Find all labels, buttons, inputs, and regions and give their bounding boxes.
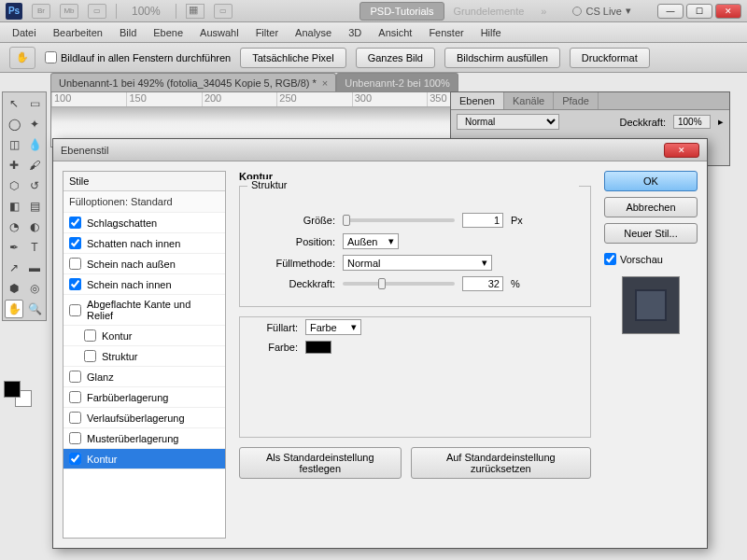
eyedropper-tool-icon[interactable]: 💧 (25, 135, 44, 154)
scroll-all-checkbox[interactable]: Bildlauf in allen Fenstern durchführen (45, 51, 231, 63)
move-tool-icon[interactable]: ↖ (5, 94, 23, 113)
dodge-tool-icon[interactable]: ◐ (25, 217, 44, 236)
style-checkbox[interactable] (84, 329, 96, 342)
print-size-button[interactable]: Druckformat (570, 48, 650, 68)
style-row[interactable]: Schatten nach innen (63, 233, 225, 254)
arrange-documents-icon[interactable] (186, 4, 204, 19)
wand-tool-icon[interactable]: ✦ (25, 115, 44, 133)
hand-tool-icon[interactable]: ✋ (9, 47, 35, 69)
workspace-inactive-button[interactable]: Grundelemente (444, 3, 534, 20)
menu-bearbeiten[interactable]: Bearbeiten (45, 24, 111, 41)
opacity-input[interactable] (462, 276, 503, 291)
size-slider[interactable] (343, 218, 455, 222)
style-row[interactable]: Musterüberlagerung (63, 428, 225, 449)
healing-tool-icon[interactable]: ✚ (5, 156, 23, 175)
chevron-right-icon[interactable]: ▸ (718, 116, 724, 128)
bridge-icon[interactable]: Br (32, 4, 50, 19)
view-extras-icon[interactable]: ▭ (88, 4, 106, 19)
zoom-tool-icon[interactable]: 🔍 (25, 300, 44, 318)
menu-analyse[interactable]: Analyse (287, 24, 340, 41)
style-row[interactable]: Schein nach außen (63, 254, 225, 274)
blur-tool-icon[interactable]: ◔ (5, 217, 23, 236)
fit-screen-button[interactable]: Ganzes Bild (356, 48, 435, 68)
tab-ebenen[interactable]: Ebenen (451, 92, 504, 109)
menu-bild[interactable]: Bild (111, 24, 145, 41)
opacity-slider[interactable] (343, 282, 455, 286)
ok-button[interactable]: OK (604, 171, 698, 191)
document-tab-2[interactable]: Unbenannt-2 bei 100% (336, 73, 458, 91)
close-icon[interactable]: × (322, 77, 328, 89)
close-button[interactable]: ✕ (715, 4, 741, 19)
style-checkbox[interactable] (69, 391, 81, 403)
menu-auswahl[interactable]: Auswahl (191, 24, 247, 41)
marquee-tool-icon[interactable]: ▭ (25, 94, 44, 113)
stamp-tool-icon[interactable]: ⬡ (5, 176, 23, 195)
workspace-more-icon[interactable]: » (533, 6, 554, 17)
eraser-tool-icon[interactable]: ◧ (5, 197, 23, 216)
foreground-color-swatch[interactable] (4, 381, 21, 398)
workspace-active-button[interactable]: PSD-Tutorials (359, 2, 444, 21)
screen-mode-icon[interactable]: ▭ (214, 4, 233, 19)
minimize-button[interactable]: — (657, 4, 684, 19)
menu-ebene[interactable]: Ebene (145, 24, 191, 41)
gradient-tool-icon[interactable]: ▤ (25, 197, 44, 216)
style-row[interactable]: Glanz (63, 367, 225, 387)
menu-filter[interactable]: Filter (247, 24, 287, 41)
new-style-button[interactable]: Neuer Stil... (604, 223, 698, 244)
type-tool-icon[interactable]: T (25, 238, 44, 257)
blend-options-row[interactable]: Fülloptionen: Standard (63, 191, 225, 213)
style-checkbox[interactable] (69, 412, 81, 424)
3d-tool-icon[interactable]: ⬢ (5, 279, 23, 298)
document-tab-1[interactable]: Unbenannt-1 bei 492% (fotolia_34045 Kopi… (50, 73, 336, 91)
style-checkbox[interactable] (69, 432, 81, 444)
style-row[interactable]: Struktur (63, 346, 225, 367)
blend-mode-select[interactable]: Normal (457, 114, 559, 130)
maximize-button[interactable]: ☐ (686, 4, 712, 19)
foreground-background-colors[interactable] (4, 381, 41, 409)
menu-datei[interactable]: Datei (4, 24, 45, 41)
style-checkbox[interactable] (69, 304, 81, 316)
reset-default-button[interactable]: Auf Standardeinstellung zurücksetzen (411, 447, 591, 479)
color-swatch[interactable] (305, 341, 331, 354)
style-row[interactable]: Farbüberlagerung (63, 387, 225, 408)
style-checkbox[interactable] (84, 350, 96, 362)
menu-ansicht[interactable]: Ansicht (370, 24, 420, 41)
pen-tool-icon[interactable]: ✒ (5, 238, 23, 257)
style-row[interactable]: Abgeflachte Kante und Relief (63, 295, 225, 326)
size-input[interactable] (462, 213, 503, 228)
fillmethod-select[interactable]: Normal▾ (343, 255, 492, 271)
tab-pfade[interactable]: Pfade (554, 92, 599, 109)
actual-pixels-button[interactable]: Tatsächliche Pixel (240, 48, 345, 68)
shape-tool-icon[interactable]: ▬ (25, 259, 44, 277)
tab-kanaele[interactable]: Kanäle (504, 92, 554, 109)
dialog-titlebar[interactable]: Ebenenstil ✕ (53, 139, 707, 161)
menu-fenster[interactable]: Fenster (420, 24, 472, 41)
dialog-close-button[interactable]: ✕ (664, 143, 699, 158)
style-row[interactable]: Schlagschatten (63, 213, 225, 233)
mini-bridge-icon[interactable]: Mb (60, 4, 78, 19)
style-row[interactable]: Verlaufsüberlagerung (63, 408, 225, 428)
hand-tool-icon[interactable]: ✋ (5, 300, 23, 318)
brush-tool-icon[interactable]: 🖌 (25, 156, 44, 175)
crop-tool-icon[interactable]: ◫ (5, 135, 23, 154)
style-checkbox[interactable] (69, 217, 81, 229)
style-checkbox[interactable] (69, 278, 81, 290)
style-row[interactable]: Schein nach innen (63, 274, 225, 295)
3d-camera-icon[interactable]: ◎ (25, 279, 44, 298)
history-brush-icon[interactable]: ↺ (25, 176, 44, 195)
position-select[interactable]: Außen▾ (343, 233, 399, 249)
style-checkbox[interactable] (69, 453, 81, 465)
menu-hilfe[interactable]: Hilfe (472, 24, 510, 41)
style-checkbox[interactable] (69, 258, 81, 270)
cs-live-button[interactable]: CS Live ▾ (563, 5, 641, 17)
style-checkbox[interactable] (69, 371, 81, 383)
style-row[interactable]: Kontur (63, 326, 225, 346)
menu-3d[interactable]: 3D (340, 24, 370, 41)
fill-screen-button[interactable]: Bildschirm ausfüllen (444, 48, 560, 68)
set-default-button[interactable]: Als Standardeinstellung festlegen (239, 447, 402, 479)
opacity-input[interactable] (673, 115, 711, 129)
cancel-button[interactable]: Abbrechen (604, 197, 698, 217)
styles-header[interactable]: Stile (63, 172, 225, 191)
style-row[interactable]: Kontur (63, 449, 225, 469)
preview-checkbox[interactable]: Vorschau (604, 253, 698, 265)
